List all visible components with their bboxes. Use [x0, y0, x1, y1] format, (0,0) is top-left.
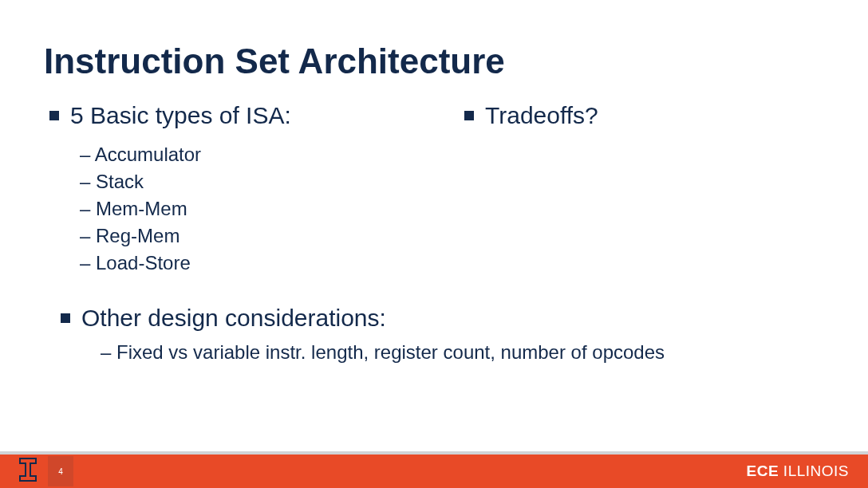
list-item: – Fixed vs variable instr. length, regis…: [101, 341, 831, 364]
left-column: 5 Basic types of ISA: – Accumulator – St…: [49, 102, 432, 279]
bullet-tradeoffs: Tradeoffs?: [464, 102, 831, 129]
bullet-text: 5 Basic types of ISA:: [70, 102, 291, 129]
list-item: – Accumulator: [80, 144, 432, 166]
lower-section: Other design considerations: – Fixed vs …: [49, 305, 831, 364]
bullet-text: Tradeoffs?: [485, 102, 598, 129]
slide-content: 5 Basic types of ISA: – Accumulator – St…: [49, 102, 831, 364]
square-bullet-icon: [49, 111, 59, 120]
page-number-box: 4: [48, 456, 73, 486]
dept-bold: ECE: [747, 462, 779, 479]
two-column-row: 5 Basic types of ISA: – Accumulator – St…: [49, 102, 831, 279]
list-item: – Load-Store: [80, 252, 432, 274]
isa-types-list: – Accumulator – Stack – Mem-Mem – Reg-Me…: [49, 144, 432, 274]
square-bullet-icon: [464, 111, 474, 120]
square-bullet-icon: [61, 313, 70, 323]
slide-title: Instruction Set Architecture: [44, 41, 505, 81]
bullet-basic-types: 5 Basic types of ISA:: [49, 102, 432, 129]
slide: Instruction Set Architecture 5 Basic typ…: [0, 0, 868, 488]
dept-light: ILLINOIS: [779, 462, 849, 479]
footer-department: ECE ILLINOIS: [747, 462, 850, 480]
svg-rect-3: [21, 459, 35, 462]
bullet-text: Other design considerations:: [81, 305, 386, 332]
slide-footer: 4 ECE ILLINOIS: [0, 451, 868, 488]
list-item: – Reg-Mem: [80, 225, 432, 247]
page-number: 4: [58, 467, 63, 476]
right-column: Tradeoffs?: [464, 102, 831, 279]
list-item: – Mem-Mem: [80, 198, 432, 220]
footer-left: 4: [19, 455, 73, 488]
list-item: – Stack: [80, 171, 432, 193]
svg-rect-4: [26, 462, 30, 477]
illinois-block-i-icon: [19, 458, 37, 485]
bullet-other-considerations: Other design considerations:: [61, 305, 831, 332]
other-considerations-list: – Fixed vs variable instr. length, regis…: [61, 341, 831, 364]
svg-rect-5: [21, 477, 35, 480]
